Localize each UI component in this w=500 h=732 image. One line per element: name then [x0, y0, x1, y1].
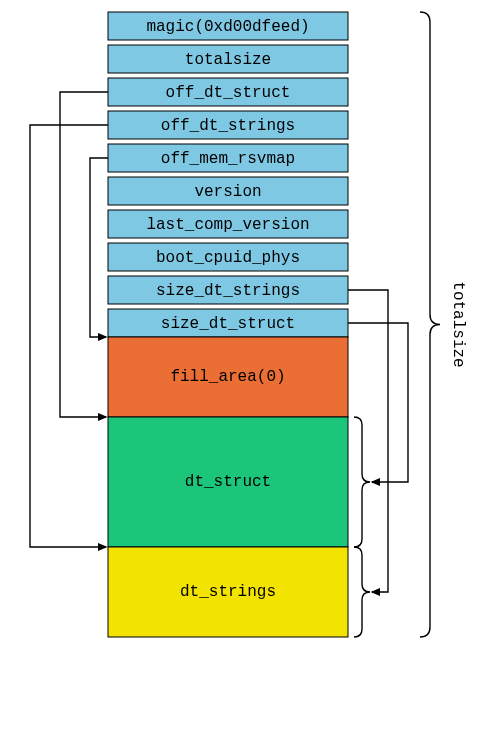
- field-size-dt-struct: size_dt_struct: [108, 309, 348, 337]
- svg-text:magic(0xd00dfeed): magic(0xd00dfeed): [146, 18, 309, 36]
- arrow-off-dt-strings: [30, 125, 108, 547]
- section-fill-area: fill_area(0): [108, 337, 348, 417]
- field-off-mem-rsvmap: off_mem_rsvmap: [108, 144, 348, 172]
- svg-text:off_dt_strings: off_dt_strings: [161, 117, 295, 135]
- svg-text:dt_strings: dt_strings: [180, 583, 276, 601]
- field-size-dt-strings: size_dt_strings: [108, 276, 348, 304]
- svg-text:off_mem_rsvmap: off_mem_rsvmap: [161, 150, 295, 168]
- svg-text:boot_cpuid_phys: boot_cpuid_phys: [156, 249, 300, 267]
- header-group: magic(0xd00dfeed) totalsize off_dt_struc…: [108, 12, 348, 337]
- svg-text:totalsize: totalsize: [185, 51, 271, 69]
- label-totalsize: totalsize: [449, 281, 467, 367]
- field-boot-cpuid-phys: boot_cpuid_phys: [108, 243, 348, 271]
- field-magic: magic(0xd00dfeed): [108, 12, 348, 40]
- brace-totalsize: [420, 12, 440, 637]
- arrow-size-dt-struct: [348, 323, 408, 482]
- brace-dt-strings: [354, 547, 370, 637]
- field-last-comp-version: last_comp_version: [108, 210, 348, 238]
- arrow-off-dt-struct: [60, 92, 108, 417]
- section-dt-struct: dt_struct: [108, 417, 348, 547]
- svg-text:version: version: [194, 183, 261, 201]
- svg-text:fill_area(0): fill_area(0): [170, 368, 285, 386]
- svg-text:last_comp_version: last_comp_version: [146, 216, 309, 234]
- field-off-dt-struct: off_dt_struct: [108, 78, 348, 106]
- svg-text:size_dt_strings: size_dt_strings: [156, 282, 300, 300]
- field-off-dt-strings: off_dt_strings: [108, 111, 348, 139]
- brace-dt-struct: [354, 417, 370, 547]
- field-totalsize: totalsize: [108, 45, 348, 73]
- svg-text:off_dt_struct: off_dt_struct: [166, 84, 291, 102]
- section-dt-strings: dt_strings: [108, 547, 348, 637]
- arrow-off-mem-rsvmap: [90, 158, 108, 337]
- field-version: version: [108, 177, 348, 205]
- svg-text:dt_struct: dt_struct: [185, 473, 271, 491]
- svg-text:size_dt_struct: size_dt_struct: [161, 315, 295, 333]
